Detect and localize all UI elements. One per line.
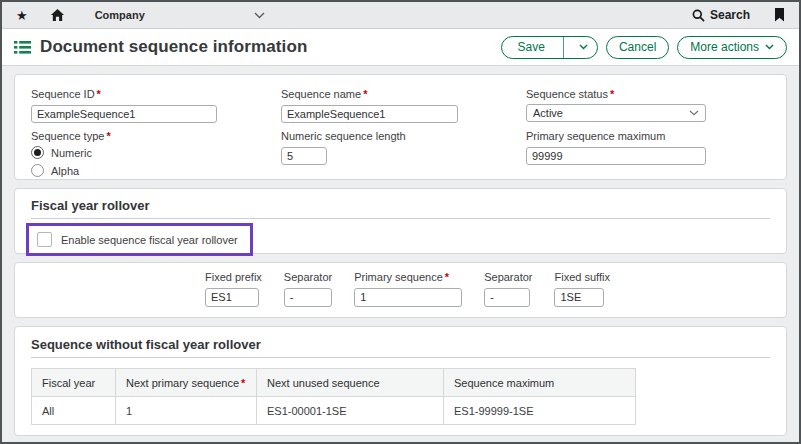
fiscal-year-rollover-title: Fiscal year rollover <box>31 198 770 219</box>
sequence-status-field: Sequence status* Active <box>526 88 770 123</box>
sequence-id-field: Sequence ID* <box>31 88 281 123</box>
numeric-radio-label: Numeric <box>51 147 92 159</box>
required-asterisk: * <box>97 88 101 100</box>
primary-sequence-label: Primary sequence* <box>354 271 462 283</box>
cancel-button[interactable]: Cancel <box>606 36 669 59</box>
column-header-next-primary-sequence: Next primary sequence* <box>116 369 257 397</box>
chevron-down-icon <box>254 12 265 19</box>
required-asterisk: * <box>241 377 245 389</box>
cancel-button-label: Cancel <box>619 40 656 54</box>
company-dropdown[interactable]: Company <box>95 9 265 21</box>
required-asterisk: * <box>363 88 367 100</box>
sequence-without-rollover-card: Sequence without fiscal year rollover Fi… <box>14 326 787 436</box>
home-icon[interactable] <box>50 8 65 22</box>
numeric-sequence-length-field: Numeric sequence length <box>281 130 526 177</box>
sequence-status-label: Sequence status* <box>526 88 770 100</box>
sequence-name-field: Sequence name* <box>281 88 526 123</box>
star-icon[interactable]: ★ <box>16 9 28 22</box>
required-asterisk: * <box>610 88 614 100</box>
primary-sequence-maximum-input[interactable] <box>526 147 706 165</box>
separator2-input[interactable] <box>484 288 530 307</box>
required-asterisk: * <box>445 271 449 283</box>
fixed-suffix-label: Fixed suffix <box>554 271 609 283</box>
column-header-fiscal-year: Fiscal year <box>32 369 116 397</box>
more-actions-label: More actions <box>690 40 759 54</box>
alpha-radio-label: Alpha <box>51 165 79 177</box>
fixed-prefix-label: Fixed prefix <box>205 271 262 283</box>
action-buttons: Save Cancel More actions <box>501 36 787 59</box>
column-header-sequence-maximum: Sequence maximum <box>444 369 636 397</box>
numeric-radio[interactable] <box>31 146 44 159</box>
required-asterisk: * <box>106 130 110 142</box>
column-header-next-unused-sequence: Next unused sequence <box>257 369 444 397</box>
table-row: All 1 ES1-00001-1SE ES1-99999-1SE <box>32 397 636 425</box>
sequence-type-label: Sequence type* <box>31 130 281 142</box>
sequence-format-card: Fixed prefix Separator Primary sequence*… <box>14 262 787 318</box>
primary-sequence-input[interactable] <box>354 288 462 307</box>
sequence-id-label: Sequence ID* <box>31 88 281 100</box>
sequence-status-select[interactable]: Active <box>526 104 706 122</box>
search-button[interactable]: Search <box>692 8 750 22</box>
numeric-sequence-length-label: Numeric sequence length <box>281 130 526 142</box>
search-label: Search <box>710 8 750 22</box>
cell-next-primary-sequence[interactable]: 1 <box>116 397 257 425</box>
list-icon <box>14 40 31 55</box>
fixed-suffix-field: Fixed suffix <box>554 271 609 307</box>
save-split-divider <box>563 37 564 58</box>
separator2-label: Separator <box>484 271 532 283</box>
sequence-without-rollover-title: Sequence without fiscal year rollover <box>31 337 770 358</box>
primary-sequence-maximum-label: Primary sequence maximum <box>526 130 770 142</box>
enable-fiscal-year-rollover-checkbox[interactable] <box>37 232 52 247</box>
enable-fiscal-year-rollover-label: Enable sequence fiscal year rollover <box>61 234 238 246</box>
fiscal-year-rollover-card: Fiscal year rollover Enable sequence fis… <box>14 188 787 254</box>
primary-sequence-maximum-field: Primary sequence maximum <box>526 130 770 177</box>
sequence-name-input[interactable] <box>281 105 458 123</box>
top-nav: ★ Company Search <box>2 2 799 29</box>
save-button[interactable]: Save <box>501 36 598 59</box>
sequence-type-option-numeric: Numeric <box>31 146 281 159</box>
fixed-prefix-field: Fixed prefix <box>205 271 262 307</box>
separator2-field: Separator <box>484 271 532 307</box>
sequence-type-field: Sequence type* Numeric Alpha <box>31 130 281 177</box>
app-window: ★ Company Search <box>0 0 801 444</box>
more-actions-button[interactable]: More actions <box>677 36 787 59</box>
select-chevron-down-icon <box>689 110 699 116</box>
separator1-label: Separator <box>284 271 332 283</box>
sequence-type-option-alpha: Alpha <box>31 164 281 177</box>
save-button-label: Save <box>502 37 557 58</box>
sequence-name-label: Sequence name* <box>281 88 526 100</box>
highlight-annotation-box: Enable sequence fiscal year rollover <box>26 223 253 256</box>
sequence-id-input[interactable] <box>31 105 217 123</box>
sequence-table: Fiscal year Next primary sequence* Next … <box>31 368 636 425</box>
search-icon <box>692 9 705 22</box>
numeric-sequence-length-input[interactable] <box>281 147 327 165</box>
save-chevron-down-icon[interactable] <box>570 37 597 58</box>
separator1-field: Separator <box>284 271 332 307</box>
fixed-suffix-input[interactable] <box>554 288 604 307</box>
separator1-input[interactable] <box>284 288 332 307</box>
more-actions-chevron-down-icon <box>765 44 774 50</box>
bookmark-icon[interactable] <box>774 8 785 22</box>
primary-sequence-field: Primary sequence* <box>354 271 462 307</box>
alpha-radio[interactable] <box>31 164 44 177</box>
cell-next-unused-sequence: ES1-00001-1SE <box>257 397 444 425</box>
page-title: Document sequence information <box>40 37 307 57</box>
sequence-status-value: Active <box>533 107 563 119</box>
title-bar: Document sequence information Save Cance… <box>2 29 799 66</box>
cell-sequence-maximum: ES1-99999-1SE <box>444 397 636 425</box>
sequence-details-card: Sequence ID* Sequence name* Sequence sta… <box>14 74 787 180</box>
page-content: Sequence ID* Sequence name* Sequence sta… <box>2 66 799 444</box>
fixed-prefix-input[interactable] <box>205 288 259 307</box>
company-dropdown-label: Company <box>95 9 145 21</box>
table-header-row: Fiscal year Next primary sequence* Next … <box>32 369 636 397</box>
cell-fiscal-year: All <box>32 397 116 425</box>
